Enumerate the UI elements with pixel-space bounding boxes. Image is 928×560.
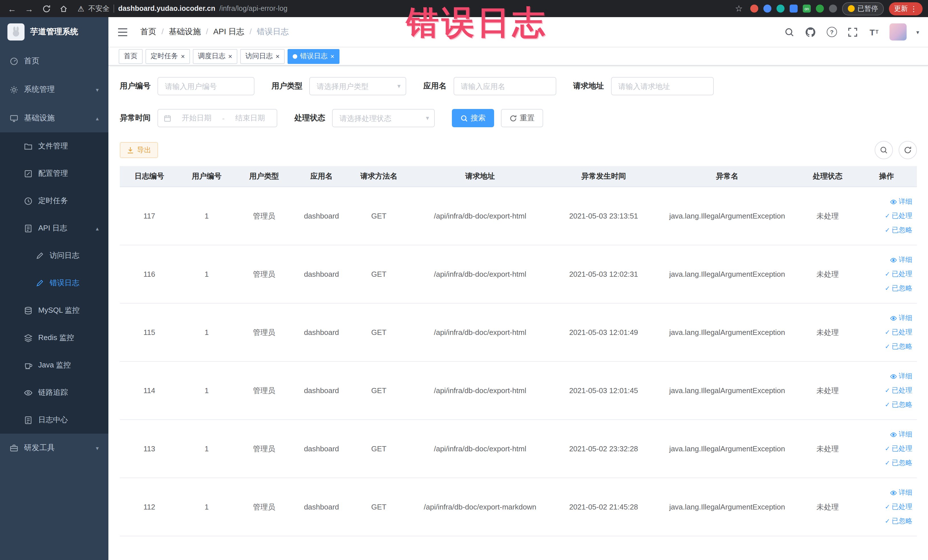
check-icon: ✓ [885,442,890,456]
mark-processed-link[interactable]: ✓ 已处理 [859,325,912,339]
sidebar-item-file[interactable]: 文件管理 [0,132,108,160]
tag-tab-job-log[interactable]: 调度日志× [193,49,237,64]
filter-row-2: 异常时间 开始日期 - 结束日期 处理状态 ▾ [120,109,917,127]
bookmark-star-icon[interactable]: ☆ [733,2,745,15]
extension-icon[interactable] [790,5,798,12]
paused-extension-badge[interactable]: 已暂停 [842,2,884,15]
request-url-input[interactable] [611,77,713,95]
mark-ignored-link[interactable]: ✓ 已忽略 [859,223,912,237]
cell-actions: 详细 ✓ 已处理 ✓ 已忽略 [856,303,917,362]
mark-processed-link[interactable]: ✓ 已处理 [859,383,912,398]
sidebar-item-log-center[interactable]: 日志中心 [0,406,108,433]
pin-extension-icon[interactable] [829,5,837,12]
app-logo[interactable]: 芋道管理系统 [0,17,108,47]
sidebar-item-label: API 日志 [38,223,67,233]
sidebar-item-home[interactable]: 首页 [0,47,108,75]
sidebar-toggle-icon[interactable] [118,26,130,38]
toggle-search-button[interactable] [875,141,893,159]
mark-ignored-link[interactable]: ✓ 已忽略 [859,456,912,470]
chevron-down-icon[interactable]: ▾ [916,29,919,35]
back-icon[interactable]: ← [6,2,18,15]
eye-icon [890,431,897,438]
detail-link[interactable]: 详细 [859,369,912,383]
sidebar-item-system[interactable]: 系统管理 ▾ [0,75,108,104]
sidebar-item-redis[interactable]: Redis 监控 [0,324,108,351]
mark-ignored-link[interactable]: ✓ 已忽略 [859,281,912,296]
reload-icon[interactable] [40,2,52,15]
app-name-input[interactable] [453,77,556,95]
extension-icon[interactable] [777,5,785,12]
user-type-select[interactable] [309,77,406,95]
check-icon: ✓ [885,325,890,339]
extension-on-icon[interactable]: on [803,5,811,12]
home-icon[interactable] [57,2,70,15]
sidebar-item-java[interactable]: Java 监控 [0,351,108,379]
sidebar-item-access-log[interactable]: 访问日志 [0,242,108,269]
detail-link[interactable]: 详细 [859,485,912,500]
search-icon[interactable] [784,26,795,38]
mark-processed-link[interactable]: ✓ 已处理 [859,267,912,281]
mark-ignored-link[interactable]: ✓ 已忽略 [859,514,912,528]
close-icon[interactable]: × [181,53,185,60]
tag-tab-error-log[interactable]: 错误日志× [288,49,339,64]
extension-icon[interactable] [816,5,824,12]
chevron-up-icon: ▴ [96,115,99,121]
extension-icon[interactable] [750,5,758,12]
fullscreen-icon[interactable] [847,26,859,38]
search-button[interactable]: 搜索 [452,109,494,127]
tag-tab-access-log[interactable]: 访问日志× [240,49,285,64]
cell-process-status: 未处理 [799,303,856,362]
breadcrumb-item[interactable]: 首页 [140,27,169,37]
cell-app-name: dashboard [293,478,350,536]
close-icon[interactable]: × [276,53,279,60]
mark-processed-link[interactable]: ✓ 已处理 [859,442,912,456]
sidebar-item-config[interactable]: 配置管理 [0,160,108,187]
refresh-button[interactable] [899,141,917,159]
export-button[interactable]: 导出 [120,142,158,158]
sidebar-item-error-log[interactable]: 错误日志 [0,269,108,297]
github-icon[interactable] [805,26,817,38]
date-range-picker[interactable]: 开始日期 - 结束日期 [157,109,277,127]
cell-exception-time: 2021-05-03 12:01:45 [552,362,655,420]
cell-request-url: /api/infra/db-doc/export-html [408,245,552,303]
sidebar-item-trace[interactable]: 链路追踪 [0,379,108,406]
address-bar[interactable]: ⚠ 不安全 dashboard.yudao.iocoder.cn/infra/l… [78,4,288,14]
mark-ignored-link[interactable]: ✓ 已忽略 [859,398,912,412]
detail-link[interactable]: 详细 [859,195,912,209]
tag-tab-job[interactable]: 定时任务× [145,49,190,64]
sidebar-item-job[interactable]: 定时任务 [0,187,108,215]
mark-ignored-link[interactable]: ✓ 已忽略 [859,339,912,354]
clock-icon [24,197,32,205]
detail-link[interactable]: 详细 [859,427,912,442]
close-icon[interactable]: × [228,53,232,60]
sidebar: 芋道管理系统 首页 系统管理 ▾ 基础设施 ▴ 文件管理 [0,17,108,560]
font-size-icon[interactable] [868,26,880,38]
sidebar-item-mysql[interactable]: MySQL 监控 [0,297,108,324]
security-label[interactable]: 不安全 [88,4,110,14]
avatar[interactable] [890,23,907,41]
mark-processed-link[interactable]: ✓ 已处理 [859,209,912,223]
sidebar-item-label: 定时任务 [38,196,68,206]
browser-update-button[interactable]: 更新 ⋮ [889,2,923,15]
detail-link[interactable]: 详细 [859,311,912,325]
sidebar-item-label: 研发工具 [24,443,55,453]
process-status-select[interactable] [332,109,435,127]
sidebar-item-infra[interactable]: 基础设施 ▴ [0,104,108,132]
tag-tab-home[interactable]: 首页 [119,49,143,64]
check-icon: ✓ [885,267,890,281]
breadcrumb-item[interactable]: API 日志 [214,27,257,37]
sidebar-item-label: Java 监控 [38,360,71,370]
extension-icon[interactable] [763,5,771,12]
sidebar-item-dev-tools[interactable]: 研发工具 ▾ [0,433,108,462]
close-icon[interactable]: × [330,53,334,60]
breadcrumb-item[interactable]: 基础设施 [169,27,214,37]
forward-icon[interactable]: → [23,2,35,15]
cell-user-id: 1 [179,362,235,420]
mark-processed-link[interactable]: ✓ 已处理 [859,500,912,514]
table-row: 113 1 管理员 dashboard GET /api/infra/db-do… [120,420,917,478]
help-icon[interactable] [826,26,838,38]
reset-button[interactable]: 重置 [501,109,543,127]
detail-link[interactable]: 详细 [859,253,912,267]
sidebar-item-api-log[interactable]: API 日志 ▴ [0,215,108,242]
user-id-input[interactable] [157,77,255,95]
